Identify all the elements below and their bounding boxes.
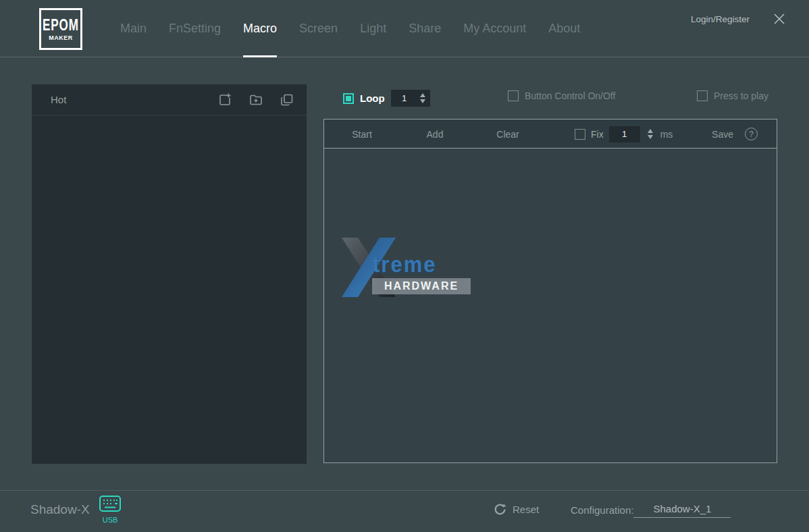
press-to-play-checkbox[interactable] [697, 90, 708, 101]
new-macro-icon[interactable] [217, 92, 232, 107]
save-group: Save ? [712, 119, 758, 149]
tab-my-account[interactable]: My Account [463, 0, 526, 57]
configuration-name-input[interactable] [633, 503, 731, 518]
fix-checkbox[interactable] [575, 129, 585, 140]
loop-label: Loop [360, 92, 385, 104]
loop-checkbox[interactable] [343, 93, 354, 104]
keyboard-icon [99, 495, 122, 512]
macro-editor-panel: Start Add Clear Fix ms Save ? [323, 119, 777, 463]
spin-down-icon[interactable] [648, 135, 653, 139]
tab-screen[interactable]: Screen [299, 0, 338, 57]
logo-text-top: EPOM [43, 16, 79, 34]
reset-icon [494, 503, 506, 516]
tab-fnsetting[interactable]: FnSetting [169, 0, 221, 57]
macro-list-panel: Hot [32, 84, 307, 464]
fix-unit-label: ms [660, 129, 673, 140]
macro-group-title: Hot [51, 94, 66, 105]
fix-delay-group: Fix ms [575, 119, 673, 149]
spin-down-icon[interactable] [420, 99, 425, 103]
tab-light[interactable]: Light [360, 0, 386, 57]
login-register-link[interactable]: Login/Register [691, 14, 750, 24]
new-folder-icon[interactable] [249, 92, 263, 107]
macro-list-body[interactable] [32, 115, 307, 463]
fix-delay-input[interactable] [611, 129, 638, 139]
press-to-play-label: Press to play [714, 90, 768, 101]
loop-group: Loop [343, 90, 430, 107]
macro-options-row: Loop Button Control On/Off Press to play [323, 90, 777, 110]
usb-connection-indicator[interactable]: USB [99, 495, 122, 524]
loop-count-spin-buttons[interactable] [418, 93, 427, 103]
help-icon[interactable]: ? [745, 128, 758, 140]
tab-share[interactable]: Share [409, 0, 441, 57]
device-name: Shadow-X [30, 502, 90, 517]
main-nav: Main FnSetting Macro Screen Light Share … [120, 0, 580, 57]
fix-label: Fix [591, 129, 604, 140]
spin-up-icon[interactable] [420, 93, 425, 97]
start-button[interactable]: Start [348, 119, 375, 149]
macro-steps-list[interactable] [324, 149, 777, 462]
macro-list-header: Hot [32, 84, 307, 115]
macro-toolbar: Start Add Clear Fix ms Save ? [324, 119, 777, 149]
reset-button[interactable]: Reset [494, 503, 539, 516]
button-control-label: Button Control On/Off [525, 90, 615, 101]
usb-label: USB [99, 516, 122, 524]
configuration-group: Configuration: [571, 503, 731, 518]
button-control-group: Button Control On/Off [508, 90, 615, 101]
copy-macro-icon[interactable] [280, 92, 294, 107]
loop-count-input[interactable] [391, 90, 418, 107]
tab-main[interactable]: Main [120, 0, 147, 57]
tab-about[interactable]: About [548, 0, 580, 57]
status-bar: Shadow-X USB Reset Configurat [0, 490, 809, 532]
press-to-play-group: Press to play [697, 90, 768, 101]
configuration-label: Configuration: [571, 503, 633, 516]
close-icon[interactable] [773, 12, 786, 26]
reset-label: Reset [513, 504, 539, 515]
clear-button[interactable]: Clear [494, 119, 521, 149]
epomaker-logo: EPOM MAKER [39, 8, 82, 50]
button-control-checkbox[interactable] [508, 90, 519, 101]
spin-up-icon[interactable] [648, 129, 653, 133]
top-bar: EPOM MAKER Main FnSetting Macro Screen L… [0, 0, 809, 57]
save-button[interactable]: Save [712, 119, 733, 149]
logo-text-bottom: MAKER [49, 34, 73, 41]
loop-count-stepper [391, 90, 430, 107]
tab-macro[interactable]: Macro [243, 0, 277, 57]
app-window: EPOM MAKER Main FnSetting Macro Screen L… [0, 0, 809, 532]
fix-delay-stepper [609, 126, 640, 142]
macro-list-actions [217, 84, 294, 115]
add-button[interactable]: Add [423, 119, 447, 149]
fix-delay-spin-buttons[interactable] [646, 129, 655, 139]
